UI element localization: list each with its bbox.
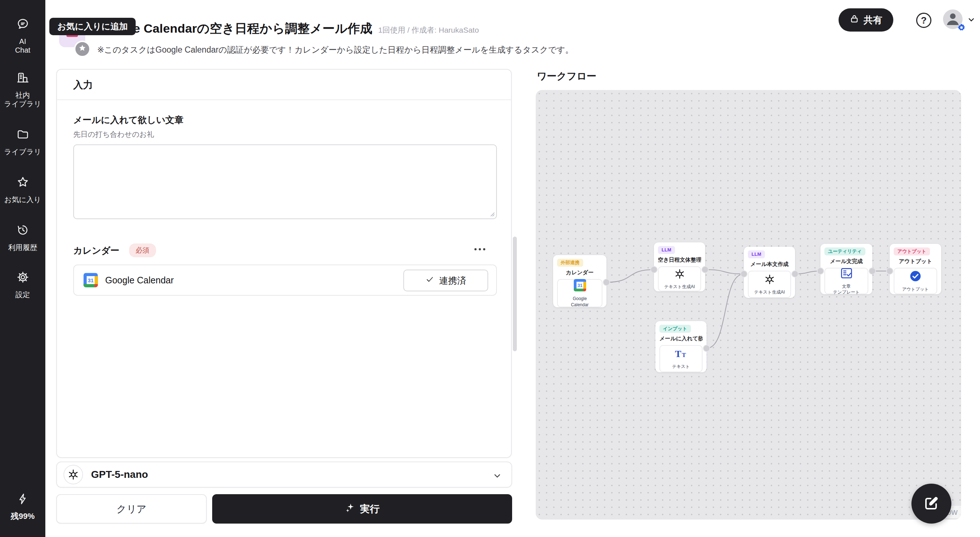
node-inner-card: 文章 テンプレート — [824, 268, 868, 294]
node-badge: 外部連携 — [557, 259, 583, 267]
node-inner-card: TTテキスト — [659, 345, 703, 372]
sidebar-credit-remaining[interactable]: 残99% — [0, 493, 45, 521]
node-caption: アウトプット — [902, 286, 929, 292]
workflow-node-output[interactable]: アウトプットアウトプットアウトプット — [890, 244, 941, 294]
port-input-text-right[interactable] — [703, 345, 710, 352]
port-mail-body-left[interactable] — [741, 271, 747, 277]
port-format-right[interactable] — [702, 266, 708, 273]
sidebar-item-label: 社内 ライブラリ — [4, 91, 41, 108]
node-badge: インプット — [659, 325, 691, 333]
workflow-title: ワークフロー — [537, 70, 597, 83]
node-title: メール本文作成 — [748, 261, 791, 268]
sidebar-item-company-library[interactable]: 社内 ライブラリ — [0, 71, 45, 108]
mail-text-field-helper: 先日の打ち合わせのお礼 — [73, 129, 154, 139]
lock-icon — [850, 14, 859, 26]
node-badge: ユーティリティ — [824, 247, 865, 255]
integration-name: Google Calendar — [105, 275, 174, 285]
google-calendar-integration-card: 31 Google Calendar 連携済 — [73, 265, 497, 296]
node-title: アウトプット — [894, 258, 937, 265]
openai-icon — [764, 273, 776, 287]
workflow-node-format[interactable]: LLM空き日程文体整理テキスト生成AI — [654, 242, 705, 292]
input-panel-title: 入力 — [73, 78, 93, 91]
node-inner-card: テキスト生成AI — [658, 266, 701, 292]
more-options-button[interactable] — [473, 247, 487, 253]
calendar-field-row: カレンダー 必須 — [73, 245, 497, 258]
node-badge: アウトプット — [894, 247, 930, 255]
workflow-node-mail-complete[interactable]: ユーティリティメール文完成文章 テンプレート — [821, 244, 872, 294]
svg-text:31: 31 — [88, 277, 94, 284]
chat-icon — [16, 18, 29, 32]
node-caption: 文章 テンプレート — [833, 284, 859, 295]
lightning-icon — [17, 493, 29, 507]
text-icon: TT — [674, 347, 688, 362]
user-menu[interactable] — [943, 10, 978, 30]
page-meta: 1回使用 / 作成者: HarukaSato — [378, 25, 479, 35]
node-badge: LLM — [658, 246, 675, 254]
edge-mail-body-mail-complete — [795, 271, 821, 274]
sidebar-item-label: 利用履歴 — [8, 243, 37, 252]
input-panel: 入力 メールに入れて欲しい文章 先日の打ち合わせのお礼 カレンダー 必須 — [56, 69, 512, 458]
sidebar-item-library[interactable]: ライブラリ — [0, 128, 45, 156]
check-icon — [909, 269, 922, 284]
mail-text-input[interactable] — [73, 144, 497, 219]
app-root: AI Chat社内 ライブラリライブラリお気に入り利用履歴設定残99% お気に入… — [0, 0, 980, 537]
node-inner-card: アウトプット — [894, 268, 937, 294]
node-title: カレンダー — [557, 269, 603, 276]
port-mail-complete-right[interactable] — [869, 268, 875, 274]
workflow-node-mail-body[interactable]: LLMメール本文作成テキスト生成AI — [744, 247, 795, 298]
edit-workflow-fab[interactable] — [912, 484, 951, 524]
share-button[interactable]: 共有 — [838, 8, 893, 32]
sidebar-item-history[interactable]: 利用履歴 — [0, 223, 45, 252]
edge-input-text-mail-body — [706, 274, 744, 348]
model-selector[interactable]: GPT-5-nano — [56, 462, 512, 488]
sidebar-item-label: 設定 — [16, 290, 30, 299]
sidebar-item-settings[interactable]: 設定 — [0, 271, 45, 299]
node-caption: テキスト — [672, 363, 690, 370]
scrollbar-thumb[interactable] — [513, 237, 517, 351]
page-description: ※このタスクはGoogle Calendarの認証が必要です！カレンダーから設定… — [97, 44, 573, 56]
favorite-tooltip: お気に入りに追加 — [49, 18, 136, 35]
settings-gear-badge-icon — [957, 23, 966, 34]
clear-button[interactable]: クリア — [56, 494, 207, 524]
favorite-star-badge[interactable] — [74, 41, 91, 57]
port-output-left[interactable] — [886, 268, 893, 274]
required-badge: 必須 — [129, 244, 156, 257]
port-mail-body-right[interactable] — [792, 271, 798, 277]
sidebar-item-label: ライブラリ — [4, 147, 41, 156]
node-title: 空き日程文体整理 — [658, 257, 701, 263]
gcal-icon: 31 — [573, 278, 587, 293]
star-icon — [78, 44, 87, 54]
page-title: Google Calendarの空き日程から調整メール作成 — [97, 20, 372, 37]
run-button[interactable]: 実行 — [212, 494, 512, 524]
sidebar-item-label: AI Chat — [15, 37, 30, 55]
sparkle-icon — [345, 502, 355, 515]
share-label: 共有 — [864, 14, 883, 27]
node-caption: テキスト生成AI — [754, 289, 784, 295]
workflow-node-input-text[interactable]: インプットメールに入れて欲...TTテキスト — [655, 321, 706, 372]
run-label: 実行 — [360, 502, 380, 516]
sidebar-item-ai-chat[interactable]: AI Chat — [0, 18, 45, 55]
template-icon — [840, 267, 853, 281]
node-title: メール文完成 — [824, 258, 868, 265]
port-mail-complete-left[interactable] — [817, 268, 824, 274]
port-format-left[interactable] — [651, 266, 657, 273]
folder-icon — [16, 128, 29, 142]
node-badge: LLM — [748, 250, 765, 258]
help-icon: ? — [921, 15, 927, 26]
workflow-node-calendar[interactable]: 外部連携カレンダー31Google Calendar — [553, 255, 606, 308]
node-inner-card: 31Google Calendar — [557, 279, 603, 308]
sidebar-item-favorites[interactable]: お気に入り — [0, 175, 45, 204]
workflow-canvas[interactable]: ow 外部連携カレンダー31Google CalendarLLM空き日程文体整理… — [536, 90, 961, 519]
tooltip-text: お気に入りに追加 — [57, 21, 128, 32]
svg-text:T: T — [682, 352, 686, 359]
integration-status-button[interactable]: 連携済 — [403, 269, 488, 292]
help-button[interactable]: ? — [916, 13, 931, 28]
svg-text:T: T — [675, 349, 681, 359]
node-title: メールに入れて欲... — [659, 335, 703, 342]
check-icon — [425, 275, 434, 286]
credit-label: 残99% — [11, 512, 35, 521]
chevron-down-icon — [967, 15, 976, 25]
chevron-down-icon — [493, 471, 502, 482]
edge-format-mail-body — [705, 269, 744, 274]
port-calendar-right[interactable] — [603, 279, 610, 285]
